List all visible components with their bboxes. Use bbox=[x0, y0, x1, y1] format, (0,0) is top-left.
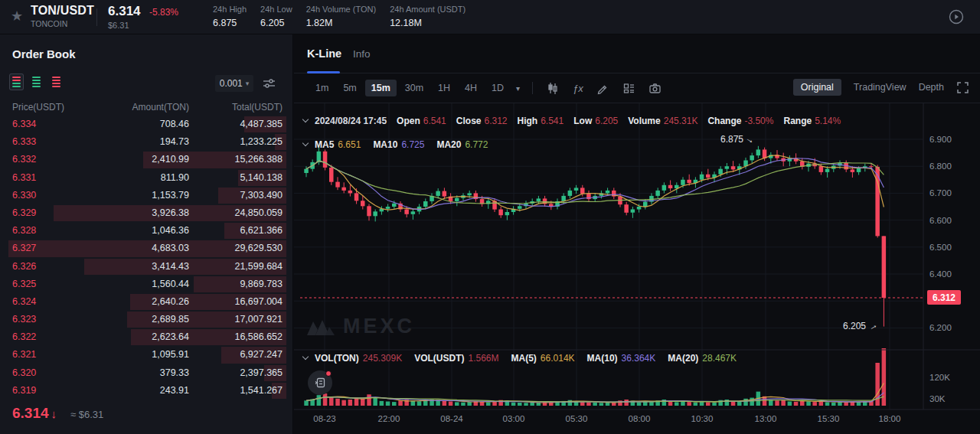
current-price-badge: 6.312 bbox=[927, 290, 961, 305]
orderbook-view-sell-icon[interactable] bbox=[50, 74, 63, 90]
orderbook-view-buy-icon[interactable] bbox=[30, 74, 43, 90]
precision-dropdown[interactable]: 0.001 ▾ bbox=[215, 75, 253, 92]
readout-range: Range5.14% bbox=[783, 116, 841, 126]
ask-price: 6.333 bbox=[12, 133, 36, 151]
order-book-row[interactable]: 6.323 2,689.85 17,007.921 bbox=[0, 311, 292, 328]
ask-amount: 1,095.91 bbox=[152, 346, 189, 364]
orderbook-view-both-icon[interactable] bbox=[10, 74, 23, 90]
timeframe-1D-button[interactable]: 1D bbox=[485, 80, 510, 96]
collapse-chevron-icon[interactable] bbox=[302, 354, 309, 360]
ask-price: 6.331 bbox=[12, 169, 36, 187]
timeframe-1m-button[interactable]: 1m bbox=[309, 80, 335, 96]
order-book-row[interactable]: 6.324 2,640.26 16,697.004 bbox=[0, 293, 292, 311]
precision-value: 0.001 bbox=[220, 78, 243, 89]
order-book-panel: Order Book 0.001 ▾ Price(USDT) Amount(TO… bbox=[0, 34, 293, 434]
chart-style-icon[interactable] bbox=[541, 79, 565, 97]
time-axis-label: 05:30 bbox=[566, 414, 588, 423]
price-axis-label: 6.200 bbox=[929, 323, 952, 332]
ask-amount: 3,926.38 bbox=[152, 204, 189, 222]
readout-low: Low6.205 bbox=[573, 116, 618, 126]
ask-total: 15,266.388 bbox=[234, 151, 283, 168]
ask-total: 16,697.004 bbox=[234, 293, 283, 311]
readout-high: High6.541 bbox=[518, 116, 564, 126]
ask-total: 5,140.138 bbox=[240, 169, 283, 187]
chart-toolbar: 1m5m15m30m1H4H1D▾ƒx OriginalTradingViewD… bbox=[294, 73, 980, 103]
low-price-marker: 6.205→ bbox=[830, 321, 877, 331]
ask-amount: 1,153.79 bbox=[152, 187, 189, 204]
timeframe-30m-button[interactable]: 30m bbox=[399, 80, 430, 96]
layout-icon[interactable] bbox=[617, 79, 641, 97]
order-book-row[interactable]: 6.328 1,046.36 6,621.366 bbox=[0, 222, 292, 240]
time-axis-label: 08:00 bbox=[629, 414, 651, 423]
mexc-watermark: MEXC bbox=[305, 315, 415, 338]
price-axis-label: 6.700 bbox=[929, 188, 952, 197]
notification-dot bbox=[325, 370, 332, 377]
ask-price: 6.332 bbox=[12, 151, 36, 168]
order-book-row[interactable]: 6.330 1,153.79 7,303.490 bbox=[0, 187, 292, 204]
ask-total: 1,541.267 bbox=[240, 382, 283, 400]
play-circle-icon[interactable] bbox=[948, 8, 965, 25]
indicators-icon[interactable]: ƒx bbox=[567, 79, 589, 97]
tab-info[interactable]: Info bbox=[353, 48, 371, 60]
volume-readout: VOL(TON)245.309KVOL(USDT)1.566MMA(5)66.0… bbox=[303, 353, 749, 364]
order-book-row[interactable]: 6.325 1,560.44 9,869.783 bbox=[0, 276, 292, 293]
view-original-button[interactable]: Original bbox=[793, 79, 841, 96]
timeframe-1H-button[interactable]: 1H bbox=[432, 80, 456, 96]
kline-chart[interactable] bbox=[294, 103, 980, 434]
ask-total: 4,487.385 bbox=[240, 116, 283, 133]
order-book-row[interactable]: 6.321 1,095.91 6,927.247 bbox=[0, 346, 292, 364]
favorite-star-icon[interactable]: ★ bbox=[11, 8, 23, 24]
ask-total: 6,927.247 bbox=[240, 346, 283, 364]
view-tradingview-button[interactable]: TradingView bbox=[854, 82, 906, 93]
ask-price: 6.327 bbox=[12, 240, 36, 257]
price-axis-label: 6.600 bbox=[929, 216, 952, 225]
high-price-marker: 6.875→ bbox=[707, 134, 755, 145]
order-book-row[interactable]: 6.334 708.46 4,487.385 bbox=[0, 116, 292, 133]
timeframe-15m-button[interactable]: 15m bbox=[365, 80, 397, 96]
readout-ma(20): MA(20)28.467K bbox=[668, 353, 737, 364]
screenshot-icon[interactable] bbox=[643, 79, 667, 97]
order-book-row[interactable]: 6.327 4,683.03 29,629.530 bbox=[0, 240, 292, 257]
orders-panel-button[interactable] bbox=[308, 370, 332, 395]
header-divider bbox=[96, 8, 97, 26]
time-axis-label: 15:30 bbox=[818, 414, 840, 423]
order-book-row[interactable]: 6.322 2,623.64 16,586.652 bbox=[0, 328, 292, 346]
tab-kline[interactable]: K-Line bbox=[307, 47, 341, 60]
order-book-row[interactable]: 6.331 811.90 5,140.138 bbox=[0, 169, 292, 187]
chart-body[interactable]: MEXC 2024/08/24 17:45 Open6.541Close6.31… bbox=[294, 103, 980, 434]
view-depth-button[interactable]: Depth bbox=[919, 82, 944, 93]
order-book-row[interactable]: 6.319 243.91 1,541.267 bbox=[0, 382, 292, 400]
readout-ma(10): MA(10)36.364K bbox=[587, 353, 656, 364]
orderbook-settings-icon[interactable] bbox=[263, 77, 276, 93]
readout-ma20: MA206.772 bbox=[436, 139, 488, 150]
view-mode-group: OriginalTradingViewDepth bbox=[793, 79, 969, 96]
mexc-logo-icon bbox=[305, 315, 336, 338]
time-axis-label: 08-23 bbox=[313, 414, 335, 423]
time-axis-label: 22:00 bbox=[378, 414, 400, 423]
order-book-column-headers: Price(USDT) Amount(TON) Total(USDT) bbox=[0, 102, 292, 114]
timeframe-4H-button[interactable]: 4H bbox=[459, 80, 483, 96]
timeframe-5m-button[interactable]: 5m bbox=[337, 80, 362, 96]
ask-amount: 708.46 bbox=[160, 116, 189, 133]
change-percent: -5.83% bbox=[149, 7, 178, 18]
order-book-row[interactable]: 6.329 3,926.38 24,850.059 bbox=[0, 204, 292, 222]
footer-approx-price: ≈ $6.31 bbox=[70, 409, 103, 420]
ask-price: 6.322 bbox=[12, 328, 36, 346]
order-book-row[interactable]: 6.326 3,414.43 21,599.684 bbox=[0, 258, 292, 276]
collapse-chevron-icon[interactable] bbox=[302, 140, 309, 146]
readout-vol(ton): VOL(TON)245.309K bbox=[315, 353, 402, 364]
ask-price: 6.323 bbox=[12, 311, 36, 328]
order-book-row[interactable]: 6.320 379.33 2,397.365 bbox=[0, 364, 292, 382]
order-book-row[interactable]: 6.332 2,410.99 15,266.388 bbox=[0, 151, 292, 168]
time-axis-label: 18:00 bbox=[879, 414, 901, 423]
order-book-row[interactable]: 6.333 194.73 1,233.225 bbox=[0, 133, 292, 151]
pair-block: TON/USDT TONCOIN bbox=[31, 4, 94, 28]
last-price: 6.314 bbox=[108, 4, 141, 19]
draw-icon[interactable] bbox=[591, 79, 615, 97]
price-axis-label: 6.800 bbox=[929, 162, 952, 171]
timeframe-more-chevron-icon[interactable]: ▾ bbox=[512, 84, 524, 93]
fullscreen-icon[interactable] bbox=[956, 81, 969, 94]
collapse-chevron-icon[interactable] bbox=[302, 116, 309, 122]
volume-axis-label: 30K bbox=[929, 394, 945, 403]
top-header: ★ TON/USDT TONCOIN 6.314 -5.83% $6.31 24… bbox=[0, 0, 980, 34]
